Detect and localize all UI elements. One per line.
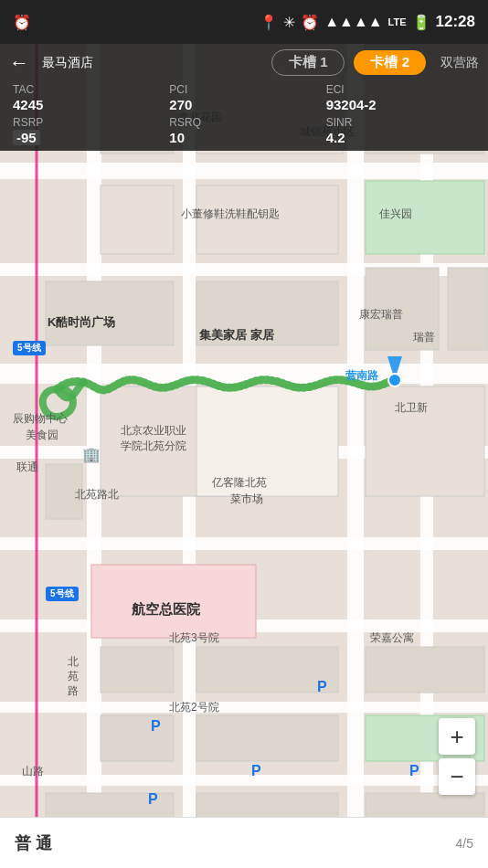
svg-rect-10 <box>347 44 364 868</box>
svg-rect-26 <box>46 464 82 519</box>
svg-rect-21 <box>366 268 439 350</box>
rsrp-value: -95 <box>13 130 40 145</box>
svg-rect-28 <box>101 647 174 693</box>
svg-point-38 <box>388 374 401 386</box>
sinr-label: SINR <box>326 116 353 129</box>
map-area[interactable]: 鑫兆花园 城锦苑小区 小董修鞋洗鞋配钥匙 佳兴园 K酷时尚广场 集美家居 家居 … <box>0 44 488 868</box>
svg-rect-6 <box>0 702 488 713</box>
tac-cell: TAC 4245 <box>9 81 165 114</box>
back-button[interactable]: ← <box>9 51 29 75</box>
pci-cell: PCI 270 <box>165 81 322 114</box>
parking-4: P <box>148 791 158 808</box>
svg-rect-22 <box>448 268 488 350</box>
metro-badge-5-bot: 5号线 <box>46 587 79 601</box>
parking-5: P <box>409 763 419 779</box>
svg-rect-27 <box>91 565 256 638</box>
svg-rect-25 <box>196 386 338 496</box>
pci-label: PCI <box>169 83 187 96</box>
road-label-right: 双营路 <box>440 55 479 71</box>
signal-icon: ▲▲▲▲ <box>324 14 382 30</box>
svg-rect-0 <box>0 163 488 179</box>
rsrq-value: 10 <box>169 130 185 145</box>
eci-value: 93204-2 <box>326 97 377 112</box>
rsrp-cell: RSRP -95 <box>9 114 165 147</box>
svg-rect-18 <box>196 185 338 254</box>
sinr-cell: SINR 4.2 <box>323 114 479 147</box>
svg-rect-17 <box>101 185 174 254</box>
svg-rect-30 <box>366 647 484 693</box>
info-grid: TAC 4245 PCI 270 ECI 93204-2 RSRP -95 RS… <box>0 79 488 147</box>
tab-card2[interactable]: 卡槽 2 <box>354 50 426 75</box>
pci-value: 270 <box>169 97 192 112</box>
zoom-out-button[interactable]: − <box>439 758 475 795</box>
top-panel: ← 最马酒店 卡槽 1 卡槽 2 双营路 TAC 4245 PCI 270 EC… <box>0 44 488 151</box>
parking-1: P <box>317 679 327 695</box>
alarm-icon: ⏰ <box>13 14 31 31</box>
status-time: 12:28 <box>436 13 475 31</box>
eci-cell: ECI 93204-2 <box>323 81 479 114</box>
tab-card1[interactable]: 卡槽 1 <box>271 49 345 76</box>
svg-rect-16 <box>366 181 484 254</box>
svg-rect-24 <box>366 386 484 496</box>
clock-icon: ⏰ <box>301 14 319 31</box>
tac-label: TAC <box>13 83 34 96</box>
sinr-value: 4.2 <box>326 130 345 145</box>
svg-rect-4 <box>0 537 488 550</box>
parking-3: P <box>251 763 261 779</box>
rsrq-label: RSRQ <box>169 116 201 129</box>
zoom-in-button[interactable]: + <box>439 718 475 755</box>
zoom-controls: + − <box>439 718 475 795</box>
metro-badge-5-top: 5号线 <box>13 341 46 355</box>
svg-rect-20 <box>196 281 338 345</box>
location-icon: 📍 <box>260 14 278 31</box>
rsrq-cell: RSRQ 10 <box>165 114 322 147</box>
bluetooth-icon: ✳ <box>283 14 295 31</box>
svg-rect-31 <box>101 715 174 761</box>
rsrp-label: RSRP <box>13 116 43 129</box>
tab-row: ← 最马酒店 卡槽 1 卡槽 2 双营路 <box>0 44 488 79</box>
poi-icon-1: 🏢 <box>82 446 101 463</box>
bottom-mode-label: 普 通 <box>15 832 52 854</box>
location-label: 最马酒店 <box>42 55 93 71</box>
lte-icon: LTE <box>388 16 407 27</box>
eci-label: ECI <box>326 83 345 96</box>
svg-rect-19 <box>46 281 174 345</box>
battery-icon: 🔋 <box>412 14 430 31</box>
status-bar: ⏰ 📍 ✳ ⏰ ▲▲▲▲ LTE 🔋 12:28 <box>0 0 488 44</box>
svg-rect-32 <box>196 715 338 761</box>
map-svg <box>0 44 488 868</box>
tac-value: 4245 <box>13 97 43 112</box>
bottom-page-label: 4/5 <box>456 836 473 851</box>
bottom-bar: 普 通 4/5 <box>0 817 488 868</box>
parking-2: P <box>151 718 161 735</box>
